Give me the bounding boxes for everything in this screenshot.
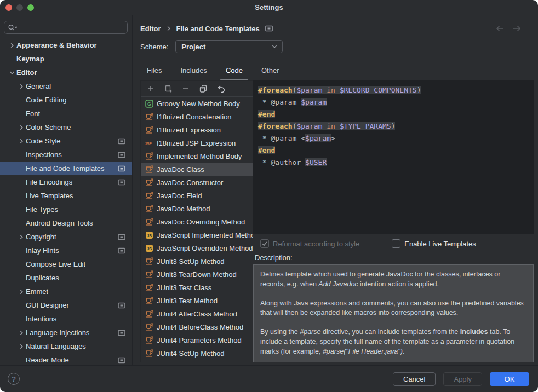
chevron-right-icon[interactable] <box>16 124 26 131</box>
sidebar-item-android-design-tools[interactable]: Android Design Tools <box>0 216 132 230</box>
chevron-right-icon[interactable] <box>16 289 26 295</box>
template-item-junit3-teardown-method[interactable]: JUnit3 TearDown Method <box>141 268 253 281</box>
sidebar-item-code-style[interactable]: Code Style <box>0 134 132 148</box>
sidebar-item-appearance-behavior[interactable]: Appearance & Behavior <box>0 38 132 52</box>
live-templates-label: Enable Live Templates <box>404 240 476 248</box>
add-button[interactable] <box>146 84 155 93</box>
template-item-junit3-test-class[interactable]: JUnit3 Test Class <box>141 281 253 294</box>
template-list-panel: GGroovy New Method BodyI18nized Concaten… <box>140 80 253 362</box>
sidebar-item-file-types[interactable]: File Types <box>0 203 132 216</box>
template-item-i18nized-concatenation[interactable]: I18nized Concatenation <box>141 110 253 123</box>
chevron-right-icon[interactable] <box>7 42 16 49</box>
sidebar-item-language-injections[interactable]: Language Injections <box>0 326 132 339</box>
coffee-cup-icon <box>145 336 153 344</box>
minus-icon <box>181 84 190 93</box>
chevron-down-icon[interactable] <box>7 70 16 76</box>
reformat-option[interactable]: Reformat according to style <box>260 239 359 248</box>
template-item-junit4-beforeclass-method[interactable]: JUnit4 BeforeClass Method <box>141 320 253 333</box>
tab-code[interactable]: Code <box>225 60 244 80</box>
sidebar-item-live-templates[interactable]: Live Templates <box>0 189 132 203</box>
sidebar-item-emmet[interactable]: Emmet <box>0 285 132 298</box>
chevron-right-icon[interactable] <box>16 138 26 145</box>
template-item-javadoc-method[interactable]: JavaDoc Method <box>141 202 253 215</box>
scheme-value: Project <box>181 43 271 51</box>
chevron-right-icon[interactable] <box>16 83 26 90</box>
close-button[interactable] <box>5 4 12 11</box>
template-item-javascript-implemented-method[interactable]: JSJavaScript Implemented Method <box>141 228 253 241</box>
template-item-i18nized-jsp-expression[interactable]: JSPI18nized JSP Expression <box>141 136 253 149</box>
sidebar-item-label: GUI Designer <box>26 301 69 309</box>
main-area: Appearance & BehaviorKeymapEditorGeneral… <box>0 15 538 365</box>
sidebar-item-intentions[interactable]: Intentions <box>0 312 132 326</box>
template-item-javadoc-class[interactable]: JavaDoc Class <box>141 163 253 176</box>
template-item-i18nized-expression[interactable]: I18nized Expression <box>141 123 253 136</box>
sidebar-item-gui-designer[interactable]: GUI Designer <box>0 298 132 312</box>
coffee-cup-icon <box>145 323 153 331</box>
help-button[interactable]: ? <box>8 373 20 385</box>
code-token <box>335 86 340 94</box>
live-templates-option[interactable]: Enable Live Templates <box>392 239 476 248</box>
sidebar-item-editor[interactable]: Editor <box>0 66 132 79</box>
sidebar-item-code-editing[interactable]: Code Editing <box>0 93 132 107</box>
sidebar-item-label: Language Injections <box>26 328 89 337</box>
sidebar-item-file-encodings[interactable]: File Encodings <box>0 175 132 189</box>
template-item-junit4-setup-method[interactable]: JUnit4 SetUp Method <box>141 347 253 360</box>
forward-arrow-icon[interactable] <box>512 25 522 32</box>
template-item-javadoc-overriding-method[interactable]: JavaDoc Overriding Method <box>141 215 253 228</box>
back-arrow-icon[interactable] <box>495 25 505 32</box>
code-token: #foreach <box>258 122 293 130</box>
sidebar-item-font[interactable]: Font <box>0 107 132 120</box>
minimize-button[interactable] <box>16 4 23 11</box>
sidebar-item-reader-mode[interactable]: Reader Mode <box>0 353 132 365</box>
template-item-implemented-method-body[interactable]: Implemented Method Body <box>141 149 253 163</box>
template-item-junit3-setup-method[interactable]: JUnit3 SetUp Method <box>141 255 253 268</box>
sidebar-item-inspections[interactable]: Inspections <box>0 148 132 162</box>
tab-includes[interactable]: Includes <box>179 60 208 80</box>
breadcrumb-page: File and Code Templates <box>176 25 260 33</box>
sidebar-item-general[interactable]: General <box>0 79 132 93</box>
sidebar-item-inlay-hints[interactable]: Inlay Hints <box>0 244 132 257</box>
sidebar-item-label: Appearance & Behavior <box>16 41 97 49</box>
ok-button[interactable]: OK <box>490 372 529 386</box>
breadcrumb-editor[interactable]: Editor <box>140 25 161 33</box>
chevron-down-icon <box>271 43 278 50</box>
options-row: Reformat according to style Enable Live … <box>253 239 534 249</box>
chevron-right-icon[interactable] <box>16 343 26 350</box>
template-item-groovy-new-method-body[interactable]: GGroovy New Method Body <box>141 97 253 110</box>
apply-button[interactable]: Apply <box>443 372 482 386</box>
sidebar-item-natural-languages[interactable]: Natural Languages <box>0 339 132 353</box>
code-token: $USER <box>305 158 327 166</box>
revert-button[interactable] <box>216 84 226 93</box>
groovy-icon: G <box>145 100 153 108</box>
tab-files[interactable]: Files <box>146 60 163 80</box>
template-item-javadoc-constructor[interactable]: JavaDoc Constructor <box>141 176 253 189</box>
sidebar-item-color-scheme[interactable]: Color Scheme <box>0 120 132 134</box>
live-templates-checkbox[interactable] <box>392 239 400 248</box>
screen-icon <box>265 25 273 32</box>
sidebar-item-copyright[interactable]: Copyright <box>0 230 132 244</box>
template-item-javadoc-field[interactable]: JavaDoc Field <box>141 189 253 202</box>
template-item-junit4-afterclass-method[interactable]: JUnit4 AfterClass Method <box>141 307 253 320</box>
zoom-button[interactable] <box>27 4 34 11</box>
template-item-junit4-parameters-method[interactable]: JUnit4 Parameters Method <box>141 333 253 347</box>
template-code-editor[interactable]: #foreach($param in $RECORD_COMPONENTS) *… <box>253 80 534 234</box>
sidebar-item-compose-live-edit[interactable]: Compose Live Edit <box>0 257 132 271</box>
copy-button[interactable] <box>199 84 208 93</box>
search-field[interactable] <box>4 21 128 34</box>
cancel-button[interactable]: Cancel <box>393 372 436 386</box>
template-item-junit3-test-method[interactable]: JUnit3 Test Method <box>141 294 253 307</box>
sidebar-item-keymap[interactable]: Keymap <box>0 52 132 66</box>
scheme-select[interactable]: Project <box>175 40 283 53</box>
reformat-checkbox[interactable] <box>260 239 269 248</box>
code-line-2: * @param $param <box>258 96 534 108</box>
search-input[interactable] <box>21 24 124 32</box>
template-item-label: JUnit3 Test Class <box>157 284 211 292</box>
chevron-right-icon[interactable] <box>16 234 26 240</box>
remove-button[interactable] <box>181 84 190 93</box>
duplicate-button[interactable] <box>164 84 173 93</box>
template-item-javascript-overridden-method[interactable]: JSJavaScript Overridden Method <box>141 241 253 255</box>
sidebar-item-duplicates[interactable]: Duplicates <box>0 271 132 285</box>
chevron-right-icon[interactable] <box>16 330 26 336</box>
sidebar-item-file-and-code-templates[interactable]: File and Code Templates <box>0 162 132 175</box>
tab-other[interactable]: Other <box>260 60 281 80</box>
